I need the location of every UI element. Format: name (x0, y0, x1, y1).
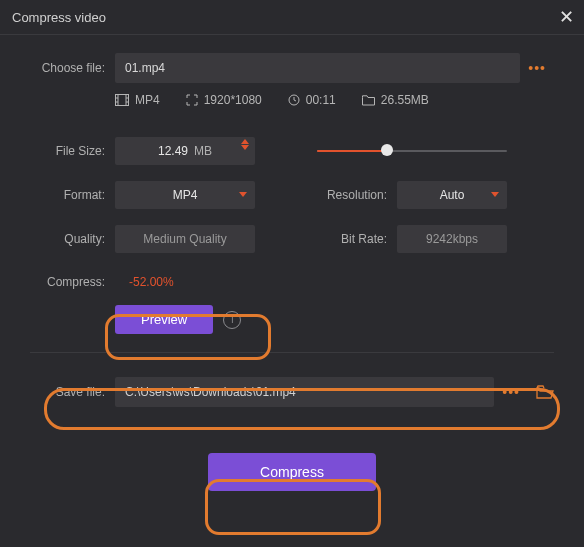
clock-icon (288, 94, 300, 106)
savefile-label: Save file: (30, 385, 105, 399)
quality-value: Medium Quality (143, 232, 226, 246)
main-section: Choose file: ••• MP4 1920*1080 00:11 (0, 35, 584, 334)
resolution-value: Auto (440, 188, 465, 202)
meta-size: 26.55MB (362, 93, 429, 107)
resolution-label: Resolution: (317, 188, 387, 202)
quality-display: Medium Quality (115, 225, 255, 253)
bitrate-row: Bit Rate: 9242kbps (317, 225, 554, 253)
compress-ratio-value: -52.00% (129, 275, 174, 289)
bitrate-label: Bit Rate: (317, 232, 387, 246)
expand-icon (186, 94, 198, 106)
file-meta-row: MP4 1920*1080 00:11 26.55MB (115, 93, 554, 107)
chevron-down-icon (491, 192, 499, 197)
choose-file-input[interactable] (115, 53, 520, 83)
format-label: Format: (30, 188, 105, 202)
format-dropdown[interactable]: MP4 (115, 181, 255, 209)
step-up-icon[interactable] (241, 139, 249, 144)
bitrate-display: 9242kbps (397, 225, 507, 253)
step-down-icon[interactable] (241, 145, 249, 150)
meta-resolution: 1920*1080 (186, 93, 262, 107)
preview-row: Preview i (115, 305, 554, 334)
svg-rect-0 (116, 95, 129, 106)
format-value: MP4 (173, 188, 198, 202)
size-slider[interactable] (317, 148, 507, 154)
filesize-label: File Size: (30, 144, 105, 158)
savefile-browse-button[interactable]: ••• (494, 384, 528, 400)
left-column: File Size: 12.49 MB Format: MP4 (30, 137, 267, 269)
compress-button-row: Compress (30, 453, 554, 491)
filesize-unit: MB (194, 144, 212, 158)
format-row: Format: MP4 (30, 181, 267, 209)
choose-file-row: Choose file: ••• (30, 53, 554, 83)
save-section: Save file: ••• Compress (0, 377, 584, 491)
preview-button[interactable]: Preview (115, 305, 213, 334)
options-grid: File Size: 12.49 MB Format: MP4 (30, 137, 554, 269)
info-icon[interactable]: i (223, 311, 241, 329)
bitrate-value: 9242kbps (426, 232, 478, 246)
compress-ratio-row: Compress: -52.00% (30, 275, 554, 289)
chevron-down-icon (239, 192, 247, 197)
savefile-row: Save file: ••• (30, 377, 554, 407)
folder-icon (362, 95, 375, 106)
resolution-dropdown[interactable]: Auto (397, 181, 507, 209)
filesize-row: File Size: 12.49 MB (30, 137, 267, 165)
slider-thumb-icon[interactable] (381, 144, 393, 156)
size-slider-row (317, 137, 554, 165)
slider-fill (317, 150, 387, 152)
meta-resolution-value: 1920*1080 (204, 93, 262, 107)
quality-row: Quality: Medium Quality (30, 225, 267, 253)
meta-duration-value: 00:11 (306, 93, 336, 107)
choose-file-browse-button[interactable]: ••• (520, 60, 554, 76)
meta-size-value: 26.55MB (381, 93, 429, 107)
window-title: Compress video (12, 10, 106, 25)
divider (30, 352, 554, 353)
titlebar: Compress video ✕ (0, 0, 584, 35)
compress-button[interactable]: Compress (208, 453, 376, 491)
meta-format-value: MP4 (135, 93, 160, 107)
meta-duration: 00:11 (288, 93, 336, 107)
open-folder-icon[interactable] (536, 385, 554, 399)
quality-label: Quality: (30, 232, 105, 246)
filesize-stepper[interactable]: 12.49 MB (115, 137, 255, 165)
filesize-value: 12.49 (158, 144, 188, 158)
meta-format: MP4 (115, 93, 160, 107)
compress-ratio-label: Compress: (30, 275, 105, 289)
savefile-input[interactable] (115, 377, 494, 407)
close-icon[interactable]: ✕ (559, 6, 574, 28)
choose-file-label: Choose file: (30, 61, 105, 75)
film-icon (115, 94, 129, 106)
right-column: Resolution: Auto Bit Rate: 9242kbps (317, 137, 554, 269)
resolution-row: Resolution: Auto (317, 181, 554, 209)
